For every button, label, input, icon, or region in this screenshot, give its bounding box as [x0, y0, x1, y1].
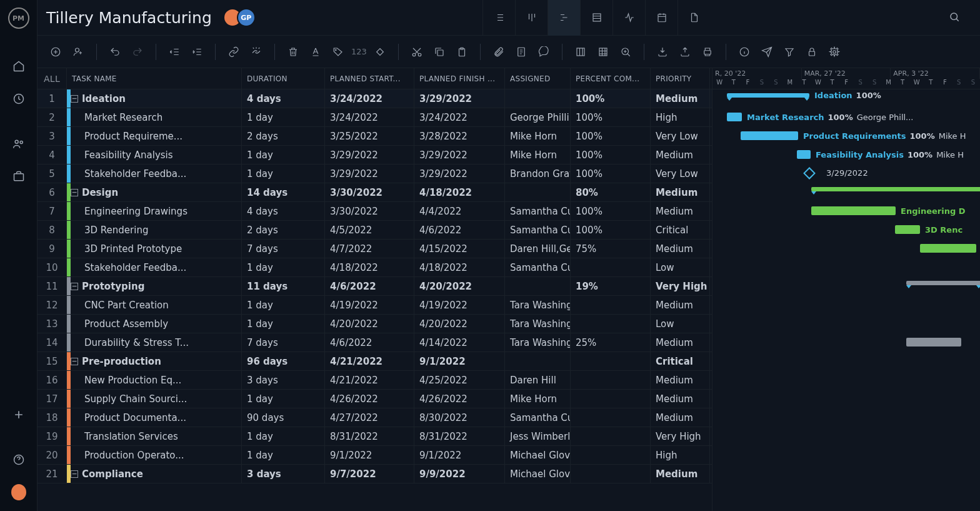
- cell-percent-complete[interactable]: [571, 408, 651, 427]
- table-row[interactable]: 2 Market Research 1 day 3/24/2022 3/24/2…: [38, 108, 712, 127]
- gantt-row[interactable]: [712, 390, 980, 408]
- cell-planned-start[interactable]: 3/24/2022: [325, 89, 414, 108]
- cell-priority[interactable]: Medium: [651, 408, 710, 427]
- comment-icon[interactable]: [534, 43, 553, 61]
- cell-planned-finish[interactable]: 4/20/2022: [414, 315, 505, 333]
- zoom-icon[interactable]: [616, 43, 635, 61]
- cell-planned-start[interactable]: 9/7/2022: [325, 465, 414, 483]
- cell-duration[interactable]: 1 day: [242, 390, 325, 408]
- indent-icon[interactable]: [188, 43, 206, 61]
- cell-planned-start[interactable]: 3/25/2022: [325, 127, 414, 145]
- cell-planned-start[interactable]: 4/7/2022: [325, 240, 414, 258]
- cell-duration[interactable]: 4 days: [242, 202, 325, 220]
- cell-task-name[interactable]: Supply Chain Sourci...: [67, 390, 242, 408]
- cell-task-name[interactable]: Stakeholder Feedba...: [67, 164, 242, 183]
- grid-icon[interactable]: [594, 43, 612, 61]
- cell-priority[interactable]: Medium: [651, 390, 710, 408]
- table-row[interactable]: 10 Stakeholder Feedba... 1 day 4/18/2022…: [38, 258, 712, 277]
- recent-icon[interactable]: [11, 91, 26, 106]
- cell-duration[interactable]: 1 day: [242, 296, 325, 314]
- cell-planned-start[interactable]: 3/29/2022: [325, 164, 414, 183]
- cell-duration[interactable]: 1 day: [242, 315, 325, 333]
- cell-planned-finish[interactable]: 4/18/2022: [414, 183, 505, 201]
- cell-task-name[interactable]: Feasibility Analysis: [67, 146, 242, 164]
- attach-icon[interactable]: [489, 43, 508, 61]
- cell-assigned[interactable]: Mike Horn: [505, 146, 571, 164]
- gantt-row[interactable]: Product Requirements 100% Mike H: [712, 127, 980, 146]
- cell-assigned[interactable]: Michael Glover: [505, 446, 571, 464]
- table-row[interactable]: 16 New Production Eq... 3 days 4/21/2022…: [38, 371, 712, 390]
- gantt-bar[interactable]: Product Requirements 100% Mike H: [741, 131, 798, 140]
- table-row[interactable]: 9 3D Printed Prototype 7 days 4/7/2022 4…: [38, 240, 712, 258]
- cell-planned-finish[interactable]: 3/29/2022: [414, 89, 505, 108]
- collapse-icon[interactable]: −: [71, 470, 78, 478]
- cell-planned-start[interactable]: 3/29/2022: [325, 146, 414, 164]
- cell-task-name[interactable]: 3D Rendering: [67, 221, 242, 239]
- home-icon[interactable]: [11, 59, 26, 74]
- table-row[interactable]: 6 −Design 14 days 3/30/2022 4/18/2022 80…: [38, 183, 712, 202]
- cell-percent-complete[interactable]: [571, 258, 651, 276]
- cell-duration[interactable]: 3 days: [242, 465, 325, 483]
- cell-planned-start[interactable]: 9/1/2022: [325, 446, 414, 464]
- table-row[interactable]: 1 −Ideation 4 days 3/24/2022 3/29/2022 1…: [38, 89, 712, 108]
- col-planned-finish[interactable]: PLANNED FINISH ...: [414, 68, 505, 89]
- import-icon[interactable]: [653, 43, 672, 61]
- table-row[interactable]: 13 Product Assembly 1 day 4/20/2022 4/20…: [38, 315, 712, 333]
- cell-percent-complete[interactable]: 19%: [571, 277, 651, 295]
- cell-percent-complete[interactable]: 100%: [571, 108, 651, 126]
- milestone-icon[interactable]: [371, 43, 389, 61]
- gantt-milestone[interactable]: [803, 167, 816, 180]
- table-row[interactable]: 21 −Compliance 3 days 9/7/2022 9/9/2022 …: [38, 465, 712, 483]
- gantt-row[interactable]: [712, 315, 980, 333]
- cell-priority[interactable]: High: [651, 446, 710, 464]
- notes-icon[interactable]: [512, 43, 531, 61]
- cell-priority[interactable]: Medium: [651, 465, 710, 483]
- gantt-row[interactable]: [712, 408, 980, 427]
- cell-assigned[interactable]: [505, 352, 571, 370]
- unlink-icon[interactable]: [247, 43, 266, 61]
- cell-duration[interactable]: 96 days: [242, 352, 325, 370]
- cell-percent-complete[interactable]: [571, 371, 651, 389]
- cell-duration[interactable]: 2 days: [242, 221, 325, 239]
- cell-priority[interactable]: Very High: [651, 277, 710, 295]
- portfolio-icon[interactable]: [11, 169, 26, 184]
- cell-percent-complete[interactable]: 100%: [571, 89, 651, 108]
- cell-task-name[interactable]: −Compliance: [67, 465, 242, 483]
- cell-assigned[interactable]: Tara Washingto: [505, 333, 571, 352]
- columns-icon[interactable]: [571, 43, 590, 61]
- redo-icon[interactable]: [128, 43, 147, 61]
- tag-icon[interactable]: [329, 43, 348, 61]
- cell-task-name[interactable]: −Ideation: [67, 89, 242, 108]
- cell-priority[interactable]: Low: [651, 258, 710, 276]
- col-percent-complete[interactable]: PERCENT COM...: [571, 68, 651, 89]
- cell-priority[interactable]: Medium: [651, 202, 710, 220]
- cell-planned-finish[interactable]: 4/6/2022: [414, 221, 505, 239]
- search-icon[interactable]: [938, 11, 971, 24]
- cell-priority[interactable]: Low: [651, 315, 710, 333]
- cell-planned-start[interactable]: 4/5/2022: [325, 221, 414, 239]
- cell-assigned[interactable]: Daren Hill,Geor: [505, 240, 571, 258]
- gantt-bar[interactable]: Market Research 100% George Phill...: [727, 113, 742, 121]
- member-avatars[interactable]: GP: [223, 8, 256, 27]
- gantt-row[interactable]: Market Research 100% George Phill...: [712, 108, 980, 127]
- cell-planned-finish[interactable]: 3/29/2022: [414, 164, 505, 183]
- gantt-row[interactable]: [712, 183, 980, 202]
- cell-priority[interactable]: Medium: [651, 89, 710, 108]
- add-task-icon[interactable]: [46, 43, 65, 61]
- cell-priority[interactable]: Very Low: [651, 164, 710, 183]
- cell-percent-complete[interactable]: [571, 446, 651, 464]
- cell-task-name[interactable]: Product Documenta...: [67, 408, 242, 427]
- text-style-icon[interactable]: [306, 43, 325, 61]
- cell-planned-finish[interactable]: 8/31/2022: [414, 427, 505, 445]
- info-icon[interactable]: [735, 43, 754, 61]
- gantt-row[interactable]: [712, 371, 980, 390]
- cell-task-name[interactable]: Production Operato...: [67, 446, 242, 464]
- gantt-row[interactable]: [712, 240, 980, 258]
- gantt-chart[interactable]: R, 20 '22MAR, 27 '22APR, 3 '22 WTFSSMTWT…: [712, 68, 980, 511]
- cell-planned-finish[interactable]: 4/4/2022: [414, 202, 505, 220]
- cell-planned-start[interactable]: 4/21/2022: [325, 371, 414, 389]
- gantt-bar[interactable]: [920, 244, 976, 253]
- table-row[interactable]: 4 Feasibility Analysis 1 day 3/29/2022 3…: [38, 146, 712, 164]
- cell-priority[interactable]: High: [651, 108, 710, 126]
- cell-duration[interactable]: 90 days: [242, 408, 325, 427]
